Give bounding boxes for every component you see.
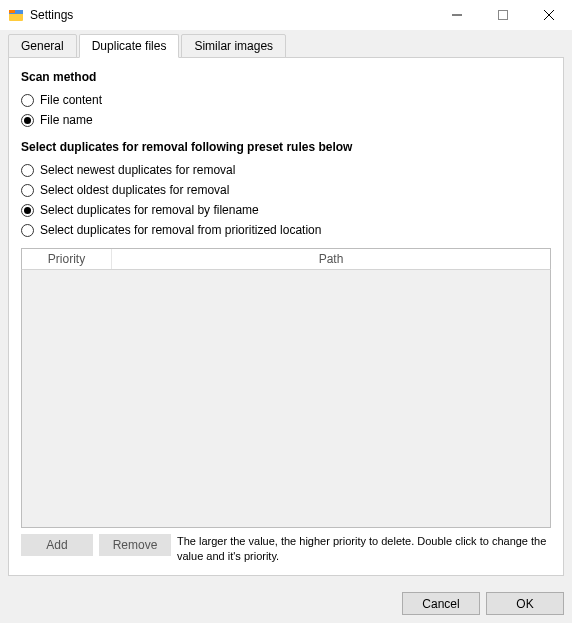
table-body[interactable] [21,270,551,528]
radio-label: File content [40,93,102,107]
tab-duplicate-files[interactable]: Duplicate files [79,34,180,58]
tab-similar-images[interactable]: Similar images [181,34,286,58]
titlebar: Settings [0,0,572,30]
minimize-button[interactable] [434,0,480,30]
radio-icon [21,164,34,177]
radio-newest[interactable]: Select newest duplicates for removal [21,163,551,177]
content-area: General Duplicate files Similar images S… [0,30,572,584]
radio-label: Select duplicates for removal by filenam… [40,203,259,217]
priority-hint: The larger the value, the higher priorit… [177,534,551,563]
svg-rect-2 [9,10,15,13]
add-button[interactable]: Add [21,534,93,556]
radio-oldest[interactable]: Select oldest duplicates for removal [21,183,551,197]
col-priority[interactable]: Priority [22,249,112,269]
preset-title: Select duplicates for removal following … [21,140,551,154]
tab-bar: General Duplicate files Similar images [8,34,564,58]
maximize-button[interactable] [480,0,526,30]
radio-icon [21,114,34,127]
svg-rect-4 [499,11,508,20]
radio-label: File name [40,113,93,127]
remove-button[interactable]: Remove [99,534,171,556]
priority-table: Priority Path [21,248,551,528]
radio-file-content[interactable]: File content [21,93,551,107]
radio-file-name[interactable]: File name [21,113,551,127]
radio-icon [21,94,34,107]
table-actions-row: Add Remove The larger the value, the hig… [21,534,551,563]
radio-by-filename[interactable]: Select duplicates for removal by filenam… [21,203,551,217]
settings-window: Settings General Duplicate files Similar… [0,0,572,623]
radio-label: Select newest duplicates for removal [40,163,235,177]
col-path[interactable]: Path [112,249,550,269]
close-button[interactable] [526,0,572,30]
radio-label: Select duplicates for removal from prior… [40,223,321,237]
cancel-button[interactable]: Cancel [402,592,480,615]
radio-icon [21,204,34,217]
tab-panel-duplicate-files: Scan method File content File name Selec… [8,57,564,576]
tab-general[interactable]: General [8,34,77,58]
app-icon [8,7,24,23]
radio-by-location[interactable]: Select duplicates for removal from prior… [21,223,551,237]
ok-button[interactable]: OK [486,592,564,615]
radio-icon [21,184,34,197]
dialog-footer: Cancel OK [0,584,572,623]
radio-icon [21,224,34,237]
radio-label: Select oldest duplicates for removal [40,183,229,197]
table-header: Priority Path [21,248,551,270]
scan-method-title: Scan method [21,70,551,84]
window-title: Settings [30,8,73,22]
